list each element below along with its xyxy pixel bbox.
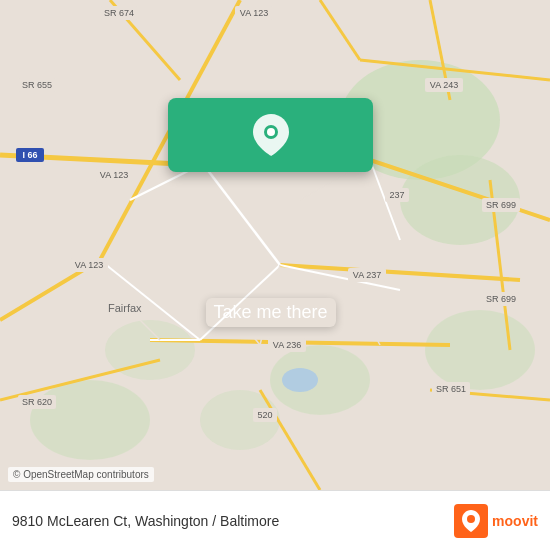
svg-text:I 66: I 66 (22, 150, 37, 160)
map-container: SR 674 VA 123 SR 655 VA 243 I 66 VA 123 … (0, 0, 550, 490)
svg-point-68 (267, 128, 275, 136)
map-attribution: © OpenStreetMap contributors (8, 467, 154, 482)
svg-text:VA 236: VA 236 (273, 340, 301, 350)
svg-text:SR 620: SR 620 (22, 397, 52, 407)
svg-text:VA 123: VA 123 (240, 8, 268, 18)
svg-text:SR 699: SR 699 (486, 294, 516, 304)
location-card: Take me there (168, 98, 373, 172)
svg-point-4 (30, 380, 150, 460)
svg-text:Fairfax: Fairfax (108, 302, 142, 314)
svg-text:VA 237: VA 237 (353, 270, 381, 280)
svg-text:SR 651: SR 651 (436, 384, 466, 394)
svg-point-6 (425, 310, 535, 390)
svg-text:237: 237 (389, 190, 404, 200)
info-bar: 9810 McLearen Ct, Washington / Baltimore… (0, 490, 550, 550)
location-pin-icon (253, 114, 289, 156)
svg-text:520: 520 (257, 410, 272, 420)
svg-point-70 (467, 515, 475, 523)
svg-text:SR 655: SR 655 (22, 80, 52, 90)
svg-text:VA 243: VA 243 (430, 80, 458, 90)
moovit-text: moovit (492, 513, 538, 529)
address-text: 9810 McLearen Ct, Washington / Baltimore (12, 513, 279, 529)
take-me-there-button[interactable]: Take me there (205, 298, 335, 327)
moovit-logo-icon (454, 504, 488, 538)
svg-text:SR 674: SR 674 (104, 8, 134, 18)
svg-text:VA 123: VA 123 (75, 260, 103, 270)
moovit-logo: moovit (454, 504, 538, 538)
svg-point-8 (282, 368, 318, 392)
svg-text:SR 699: SR 699 (486, 200, 516, 210)
svg-text:VA 123: VA 123 (100, 170, 128, 180)
